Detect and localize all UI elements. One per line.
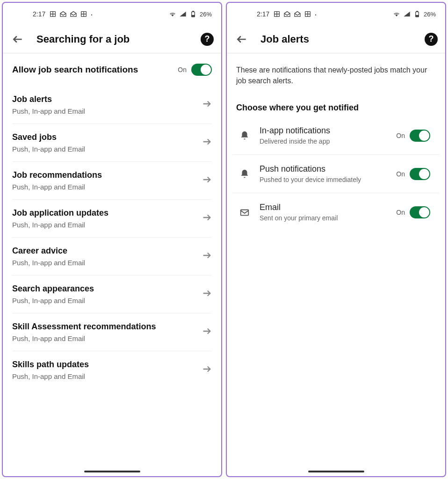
bell-icon bbox=[236, 131, 253, 141]
status-right: 26% bbox=[393, 10, 436, 18]
master-toggle-label: Allow job search notifications bbox=[12, 65, 138, 75]
channel-subtitle: Delivered inside the app bbox=[260, 138, 396, 145]
chevron-right-icon bbox=[202, 99, 212, 111]
list-item-title: Skill Assessment recommendations bbox=[12, 322, 156, 332]
app-icon bbox=[273, 10, 281, 18]
mail-icon bbox=[236, 207, 253, 218]
list-item-skill-assessment[interactable]: Skill Assessment recommendations Push, I… bbox=[12, 313, 212, 351]
help-button[interactable]: ? bbox=[425, 33, 438, 46]
in-app-toggle[interactable] bbox=[410, 130, 430, 142]
channel-subtitle: Sent on your primary email bbox=[260, 214, 396, 222]
content-area: Allow job search notifications On Job al… bbox=[3, 53, 221, 476]
svg-rect-4 bbox=[192, 15, 194, 17]
list-item-subtitle: Push, In-app and Email bbox=[12, 372, 89, 380]
list-item-skills-path[interactable]: Skills path updates Push, In-app and Ema… bbox=[12, 351, 212, 389]
list-item-career-advice[interactable]: Career advice Push, In-app and Email bbox=[12, 238, 212, 276]
chevron-right-icon bbox=[202, 288, 212, 300]
home-indicator[interactable] bbox=[84, 471, 140, 472]
list-item-subtitle: Push, In-app and Email bbox=[12, 221, 108, 229]
master-toggle[interactable] bbox=[191, 64, 212, 76]
svg-rect-3 bbox=[193, 11, 194, 12]
toggle-wrap: On bbox=[178, 64, 212, 76]
channel-push: Push notifications Pushed to your device… bbox=[232, 155, 440, 193]
push-toggle[interactable] bbox=[410, 168, 430, 180]
battery-percent: 26% bbox=[424, 11, 436, 18]
chevron-right-icon bbox=[202, 326, 212, 338]
svg-rect-10 bbox=[241, 210, 249, 215]
phone-screen-left: 2:17 · 26% Searching for a job ? Allow bbox=[2, 2, 222, 477]
email-toggle[interactable] bbox=[410, 206, 430, 218]
chevron-right-icon bbox=[202, 364, 212, 376]
mail-open-icon bbox=[59, 10, 67, 18]
page-description: These are notifications that newly-poste… bbox=[227, 53, 445, 90]
status-time: 2:17 bbox=[33, 10, 45, 18]
svg-rect-8 bbox=[417, 11, 418, 12]
list-item-title: Job recommendations bbox=[12, 170, 102, 180]
list-item-saved-jobs[interactable]: Saved jobs Push, In-app and Email bbox=[12, 124, 212, 162]
status-bar: 2:17 · 26% bbox=[3, 3, 221, 25]
home-indicator[interactable] bbox=[308, 471, 364, 472]
toggle-state-label: On bbox=[396, 209, 405, 216]
phone-screen-right: 2:17 · 26% Job alerts ? These are notifi… bbox=[226, 2, 446, 477]
list-item-subtitle: Push, In-app and Email bbox=[12, 183, 102, 191]
list-item-search-appearances[interactable]: Search appearances Push, In-app and Emai… bbox=[12, 276, 212, 313]
svg-rect-9 bbox=[416, 15, 418, 17]
status-left: 2:17 · bbox=[257, 9, 317, 19]
help-button[interactable]: ? bbox=[201, 33, 214, 46]
app-bar: Job alerts ? bbox=[227, 25, 445, 53]
back-button[interactable] bbox=[10, 32, 25, 47]
channel-title: Email bbox=[260, 203, 396, 212]
chevron-right-icon bbox=[202, 174, 212, 187]
help-icon: ? bbox=[429, 34, 434, 44]
list-item-subtitle: Push, In-app and Email bbox=[12, 334, 156, 342]
channel-title: Push notifications bbox=[260, 164, 396, 174]
page-title: Searching for a job bbox=[36, 33, 201, 45]
list-item-subtitle: Push, In-app and Email bbox=[12, 297, 94, 305]
status-right: 26% bbox=[169, 10, 212, 18]
battery-percent: 26% bbox=[200, 11, 212, 18]
list-item-title: Saved jobs bbox=[12, 132, 85, 142]
status-bar: 2:17 · 26% bbox=[227, 3, 445, 25]
status-time: 2:17 bbox=[257, 10, 269, 18]
channel-in-app: In-app notifications Delivered inside th… bbox=[232, 116, 440, 155]
app-bar: Searching for a job ? bbox=[3, 25, 221, 53]
toggle-state-label: On bbox=[178, 66, 187, 73]
mail-open-icon bbox=[294, 10, 301, 18]
list-item-job-application-updates[interactable]: Job application updates Push, In-app and… bbox=[12, 200, 212, 238]
page-title: Job alerts bbox=[260, 33, 425, 45]
section-header: Choose where you get notified bbox=[227, 90, 445, 116]
status-left: 2:17 · bbox=[33, 9, 93, 19]
list-item-title: Job alerts bbox=[12, 94, 85, 104]
chevron-right-icon bbox=[202, 137, 212, 149]
bell-icon bbox=[236, 169, 253, 179]
list-item-title: Job application updates bbox=[12, 208, 108, 218]
wifi-icon bbox=[393, 10, 400, 18]
wifi-icon bbox=[169, 10, 176, 18]
more-dot-icon: · bbox=[314, 9, 317, 19]
list-item-title: Skills path updates bbox=[12, 360, 89, 370]
content-area: These are notifications that newly-poste… bbox=[227, 53, 445, 476]
toggle-state-label: On bbox=[396, 170, 405, 178]
list-item-title: Search appearances bbox=[12, 284, 94, 294]
list-item-subtitle: Push, In-app and Email bbox=[12, 259, 85, 267]
mail-open-icon bbox=[283, 10, 291, 18]
signal-icon bbox=[403, 10, 411, 18]
list-item-subtitle: Push, In-app and Email bbox=[12, 107, 85, 115]
status-notification-icons: · bbox=[49, 9, 93, 19]
master-toggle-row: Allow job search notifications On bbox=[3, 53, 221, 86]
list-item-subtitle: Push, In-app and Email bbox=[12, 145, 85, 153]
list-item-title: Career advice bbox=[12, 246, 85, 256]
channel-subtitle: Pushed to your device immediately bbox=[260, 176, 396, 183]
app-icon bbox=[49, 10, 57, 18]
list-item-job-alerts[interactable]: Job alerts Push, In-app and Email bbox=[12, 86, 212, 124]
chevron-right-icon bbox=[202, 250, 212, 262]
battery-icon bbox=[189, 10, 197, 18]
battery-icon bbox=[413, 10, 421, 18]
list-item-job-recommendations[interactable]: Job recommendations Push, In-app and Ema… bbox=[12, 162, 212, 200]
app-icon bbox=[80, 10, 87, 18]
channel-email: Email Sent on your primary email On bbox=[232, 193, 440, 231]
channel-title: In-app notifications bbox=[260, 126, 396, 136]
back-button[interactable] bbox=[234, 32, 249, 47]
mail-open-icon bbox=[70, 10, 77, 18]
help-icon: ? bbox=[205, 34, 210, 44]
